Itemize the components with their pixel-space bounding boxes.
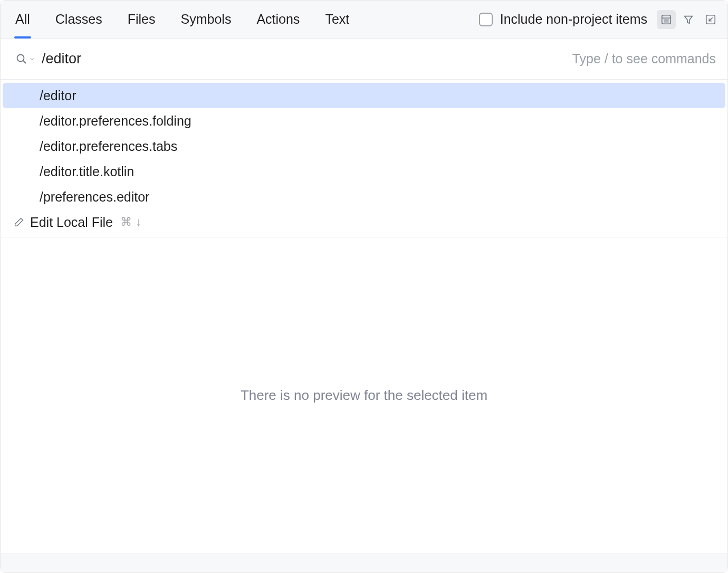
result-item[interactable]: /editor.preferences.folding (3, 108, 725, 133)
preview-pane: There is no preview for the selected ite… (1, 237, 727, 553)
result-item[interactable]: /editor.preferences.tabs (3, 133, 725, 159)
search-row: Type / to see commands (1, 39, 727, 80)
preview-toggle-button[interactable] (657, 10, 676, 29)
search-everywhere-dialog: AllClassesFilesSymbolsActionsText Includ… (0, 0, 728, 573)
topbar: AllClassesFilesSymbolsActionsText Includ… (1, 1, 727, 39)
footer (1, 553, 727, 572)
search-hint: Type / to see commands (572, 51, 716, 66)
tab-strip: AllClassesFilesSymbolsActionsText (15, 1, 349, 38)
tab-files[interactable]: Files (128, 1, 156, 38)
action-label: Edit Local File (30, 215, 113, 230)
svg-line-5 (709, 17, 712, 21)
action-row-edit-local-file[interactable]: Edit Local File ⌘ ↓ (1, 209, 727, 235)
result-item[interactable]: /preferences.editor (3, 184, 725, 209)
pencil-icon (13, 216, 25, 228)
tab-classes[interactable]: Classes (55, 1, 102, 38)
tab-all[interactable]: All (15, 1, 30, 38)
search-input[interactable] (42, 51, 564, 67)
svg-line-7 (23, 61, 26, 63)
filter-icon (683, 14, 694, 25)
toolbar-icons (657, 10, 720, 29)
svg-rect-0 (662, 15, 671, 24)
action-shortcut: ⌘ ↓ (120, 215, 142, 229)
result-item[interactable]: /editor (3, 83, 725, 108)
open-in-tool-window-icon (705, 14, 716, 25)
include-nonproject-label[interactable]: Include non-project items (500, 12, 647, 27)
preview-panel-icon (660, 14, 672, 25)
include-nonproject-checkbox[interactable] (479, 13, 493, 26)
tab-symbols[interactable]: Symbols (181, 1, 232, 38)
preview-empty-message: There is no preview for the selected ite… (241, 387, 487, 404)
chevron-down-icon (29, 56, 35, 62)
result-item[interactable]: /editor.title.kotlin (3, 159, 725, 184)
results-list: /editor/editor.preferences.folding/edito… (1, 80, 727, 209)
include-nonproject-wrap[interactable]: Include non-project items (479, 12, 647, 27)
search-icon (15, 53, 28, 65)
pin-button[interactable] (701, 10, 720, 29)
filter-button[interactable] (679, 10, 698, 29)
tab-actions[interactable]: Actions (256, 1, 300, 38)
search-icon-dropdown[interactable] (15, 53, 35, 65)
svg-point-6 (17, 54, 24, 61)
tab-text[interactable]: Text (325, 1, 349, 38)
